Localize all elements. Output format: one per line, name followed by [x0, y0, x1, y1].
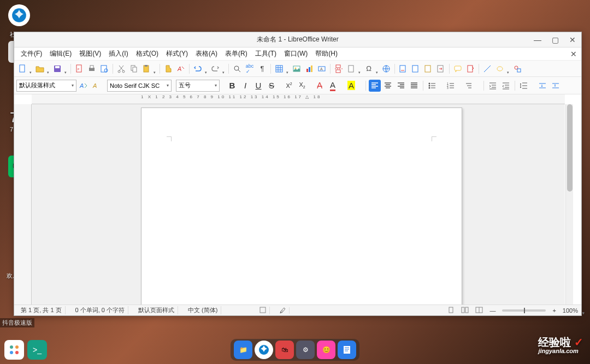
para-space-inc-button[interactable] — [536, 80, 548, 92]
menu-table[interactable]: 表格(A) — [192, 48, 221, 59]
bold-button[interactable]: B — [226, 80, 238, 92]
save-button[interactable] — [51, 63, 63, 75]
align-right-button[interactable] — [395, 80, 407, 92]
menu-format[interactable]: 格式(O) — [133, 48, 162, 59]
menu-edit[interactable]: 编辑(E) — [46, 48, 75, 59]
export-pdf-button[interactable]: P — [73, 63, 85, 75]
menu-window[interactable]: 窗口(W) — [281, 48, 311, 59]
status-sel[interactable] — [256, 307, 270, 314]
table-insert-button[interactable] — [273, 63, 285, 75]
para-space-dec-button[interactable] — [550, 80, 562, 92]
align-left-button[interactable] — [369, 80, 381, 92]
redo-button[interactable] — [209, 63, 221, 75]
draw-functions-button[interactable] — [511, 63, 523, 75]
view-book-icon[interactable] — [475, 307, 483, 314]
close-button[interactable]: ✕ — [567, 34, 578, 45]
print-button[interactable] — [86, 63, 98, 75]
status-pagestyle[interactable]: 默认页面样式 — [135, 306, 178, 314]
terminal-icon[interactable]: >_ — [27, 340, 47, 360]
undo-button[interactable] — [192, 63, 204, 75]
launcher-icon[interactable] — [4, 340, 24, 360]
image-insert-button[interactable] — [291, 63, 303, 75]
maximize-button[interactable]: ▢ — [550, 34, 560, 45]
decrease-indent-button[interactable] — [500, 80, 512, 92]
deepin-logo-icon[interactable] — [8, 4, 30, 26]
new-button[interactable] — [16, 63, 28, 75]
bullet-list-button[interactable] — [426, 80, 438, 92]
dock-app-icon[interactable]: 😊 — [317, 341, 335, 359]
minimize-button[interactable]: — — [532, 34, 543, 45]
menu-tools[interactable]: 工具(T) — [252, 48, 280, 59]
open-button[interactable] — [34, 63, 46, 75]
font-size-combo[interactable]: 五号 — [176, 80, 220, 92]
status-words[interactable]: 0 个单词, 0 个字符 — [72, 306, 128, 314]
status-sig[interactable]: 🖊 — [276, 307, 290, 314]
cross-ref-button[interactable] — [435, 63, 447, 75]
update-style-button[interactable]: A — [78, 80, 90, 92]
italic-button[interactable]: I — [239, 80, 251, 92]
dock-files-icon[interactable]: 📁 — [234, 341, 252, 359]
align-justify-button[interactable] — [408, 80, 420, 92]
align-center-button[interactable] — [382, 80, 394, 92]
paragraph-style-combo[interactable]: 默认段落样式 — [16, 80, 76, 92]
special-char-button[interactable]: Ω — [363, 63, 375, 75]
line-spacing-button[interactable] — [518, 80, 530, 92]
hyperlink-button[interactable] — [380, 63, 392, 75]
copy-button[interactable] — [128, 63, 140, 75]
spellcheck-button[interactable]: abc✓ — [244, 63, 256, 75]
view-single-icon[interactable] — [448, 307, 455, 314]
menu-help[interactable]: 帮助(H) — [312, 48, 341, 59]
superscript-button[interactable]: X2 — [283, 80, 295, 92]
underline-button[interactable]: U — [252, 80, 264, 92]
ruler-vertical[interactable] — [14, 104, 32, 305]
zoom-in-button[interactable]: + — [552, 307, 556, 314]
increase-indent-button[interactable] — [487, 80, 499, 92]
find-button[interactable] — [231, 63, 243, 75]
subscript-button[interactable]: X2 — [296, 80, 308, 92]
view-multi-icon[interactable] — [461, 307, 469, 314]
strikethrough-button[interactable]: S — [266, 80, 278, 92]
line-button[interactable] — [481, 63, 493, 75]
ruler-horizontal[interactable]: 1 X 1 2 3 4 5 6 7 8 9 10 11 12 13 14 15 … — [32, 94, 565, 104]
status-page[interactable]: 第 1 页, 共 1 页 — [17, 306, 66, 314]
cut-button[interactable] — [115, 63, 127, 75]
font-effects-button[interactable]: A̶ — [314, 80, 326, 92]
dock-store-icon[interactable]: 🛍 — [275, 341, 294, 359]
zoom-slider[interactable] — [502, 309, 546, 312]
formatting-marks-button[interactable]: ¶ — [256, 63, 268, 75]
font-name-combo[interactable]: Noto Serif CJK SC — [107, 80, 172, 92]
outline-button[interactable] — [463, 80, 475, 92]
paste-button[interactable] — [140, 63, 152, 75]
dock-settings-icon[interactable]: ⚙ — [296, 341, 315, 359]
number-list-button[interactable]: 123 — [445, 80, 457, 92]
shapes-button[interactable] — [494, 63, 506, 75]
menu-file[interactable]: 文件(F) — [17, 48, 45, 59]
doc-close-icon[interactable]: ✕ — [570, 50, 577, 58]
textbox-insert-button[interactable]: A — [316, 63, 328, 75]
menu-insert[interactable]: 插入(I) — [105, 48, 131, 59]
dock-writer-icon[interactable] — [338, 341, 356, 359]
comment-button[interactable] — [452, 63, 464, 75]
print-preview-button[interactable] — [98, 63, 110, 75]
clear-format-button[interactable]: A — [175, 63, 187, 75]
track-changes-button[interactable] — [464, 63, 476, 75]
field-insert-button[interactable] — [345, 63, 357, 75]
zoom-value[interactable]: 100% — [563, 307, 578, 314]
status-lang[interactable]: 中文 (简体) — [185, 306, 221, 314]
menu-styles[interactable]: 样式(Y) — [163, 48, 191, 59]
clone-format-button[interactable] — [162, 63, 174, 75]
titlebar[interactable]: 未命名 1 - LibreOffice Writer — ▢ ✕ — [14, 32, 581, 47]
document-canvas[interactable] — [32, 104, 565, 305]
endnote-button[interactable] — [410, 63, 422, 75]
page[interactable] — [141, 108, 462, 305]
zoom-out-button[interactable]: — — [489, 307, 495, 314]
vertical-scrollbar[interactable] — [565, 104, 573, 305]
highlight-button[interactable]: A — [345, 80, 357, 92]
bookmark-button[interactable] — [422, 63, 434, 75]
dock-browser-icon[interactable] — [255, 341, 273, 359]
chart-insert-button[interactable] — [303, 63, 315, 75]
menu-form[interactable]: 表单(R) — [222, 48, 251, 59]
page-break-button[interactable] — [333, 63, 345, 75]
menu-view[interactable]: 视图(V) — [76, 48, 104, 59]
font-color-button[interactable]: A — [327, 80, 339, 92]
